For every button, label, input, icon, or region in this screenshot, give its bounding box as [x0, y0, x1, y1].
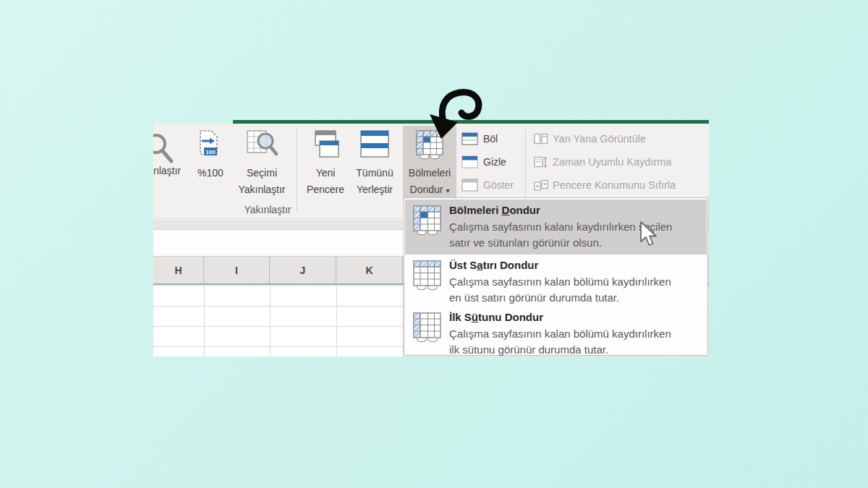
zoom-group-label: Yakınlaştır [237, 204, 298, 215]
unhide-icon [461, 179, 478, 192]
grid-column-line [270, 286, 271, 356]
new-window-icon [311, 130, 340, 160]
new-window-label-line1: Yeni [316, 167, 336, 179]
menu-item-freeze-top-row[interactable]: Üst Satırı Dondur Çalışma sayfasının kal… [405, 254, 707, 307]
reset-window-position-label: Pencere Konumunu Sıfırla [553, 179, 676, 191]
freeze-panes-menu: Bölmeleri Dondur Çalışma sayfasının kala… [404, 197, 708, 356]
unhide-label: Göster [483, 179, 514, 191]
zoom-100-icon: 100 [198, 130, 223, 160]
screenshot-stage: nlaştır 100 %100 [0, 0, 868, 488]
reset-window-position-button: Pencere Konumunu Sıfırla [534, 176, 676, 194]
unhide-button: Göster [461, 176, 514, 194]
column-header-i[interactable]: I [204, 257, 270, 283]
synchronous-scrolling-icon [534, 156, 548, 168]
arrange-all-label-line2: Yerleştir [357, 184, 393, 195]
column-header-j[interactable]: J [270, 257, 336, 283]
zoom-to-selection-label-line2: Yakınlaştır [238, 184, 285, 195]
new-window-button[interactable]: Yeni Pencere [303, 126, 348, 197]
menu-item-title: Bölmeleri Dondur [449, 203, 702, 218]
freeze-top-row-menu-icon [413, 260, 442, 294]
hide-label: Gizle [483, 156, 506, 168]
cursor-pointer [639, 221, 658, 249]
synchronous-scrolling-button: Zaman Uyumlu Kaydırma [534, 153, 671, 171]
ribbon-group-divider [297, 129, 297, 212]
arrange-all-button[interactable]: Tümünü Yerleştir [350, 126, 399, 197]
synchronous-scrolling-label: Zaman Uyumlu Kaydırma [553, 156, 671, 168]
freeze-first-column-menu-icon [413, 312, 442, 346]
freeze-panes-label-line1: Bölmeleri [409, 167, 451, 179]
arrange-all-label-line1: Tümünü [356, 167, 393, 179]
grid-column-line [336, 286, 337, 356]
grid-column-line [204, 286, 205, 356]
zoom-100-label: %100 [197, 167, 224, 179]
menu-item-freeze-first-column[interactable]: İlk Sütunu Dondur Çalışma sayfasının kal… [405, 307, 707, 355]
view-side-by-side-icon [534, 133, 548, 145]
column-header-k[interactable]: K [336, 257, 403, 283]
freeze-panes-label-line2: Dondur [410, 184, 443, 195]
menu-item-description: Çalışma sayfasının kalan bölümü kaydırıl… [449, 326, 702, 356]
menu-item-title: Üst Satırı Dondur [449, 258, 702, 273]
chevron-down-icon: ▾ [446, 187, 449, 194]
freeze-panes-menu-icon [413, 205, 442, 239]
menu-item-freeze-panes[interactable]: Bölmeleri Dondur Çalışma sayfasının kala… [405, 200, 707, 254]
magnifier-icon [153, 133, 176, 168]
column-header-h[interactable]: H [153, 257, 204, 283]
view-side-by-side-label: Yan Yana Görüntüle [553, 133, 646, 145]
zoom-to-selection-button[interactable]: Seçimi Yakınlaştır [238, 126, 286, 197]
zoom-button-label-partial[interactable]: nlaştır [153, 165, 181, 176]
hide-icon [461, 155, 478, 168]
svg-text:100: 100 [205, 149, 216, 155]
excel-window-fragment: nlaştır 100 %100 [153, 120, 709, 356]
arrange-all-icon [359, 130, 390, 160]
menu-item-title: İlk Sütunu Dondur [449, 310, 702, 325]
menu-item-description: Çalışma sayfasının kalan bölümü kaydırıl… [449, 274, 702, 306]
view-side-by-side-button: Yan Yana Görüntüle [534, 130, 646, 147]
zoom-100-button[interactable]: 100 %100 [193, 126, 228, 197]
new-window-label-line2: Pencere [307, 184, 344, 195]
hide-button[interactable]: Gizle [461, 153, 506, 171]
annotation-arrow [422, 85, 488, 147]
menu-item-description: Çalışma sayfasının kalanı kaydırılırken … [449, 219, 702, 251]
reset-window-position-icon [534, 179, 548, 192]
zoom-to-selection-label-line1: Seçimi [247, 167, 277, 179]
zoom-to-selection-icon [246, 130, 278, 160]
